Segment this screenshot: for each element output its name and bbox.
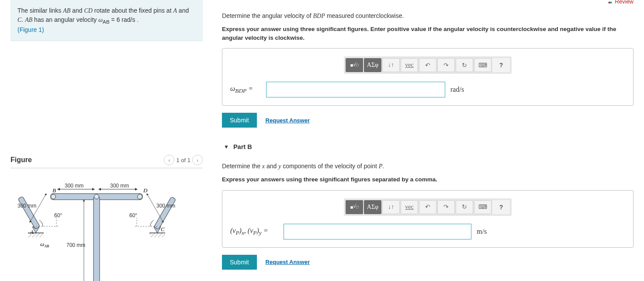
caret-down-icon: ▼ bbox=[224, 144, 229, 150]
svg-text:B: B bbox=[52, 187, 56, 194]
svg-rect-10 bbox=[93, 196, 100, 281]
equation-toolbar: ■√□ ΑΣφ ↓↑ vec ↶ ↷ ↻ ⌨ ? bbox=[344, 198, 512, 216]
svg-point-13 bbox=[94, 194, 99, 199]
keyboard-icon[interactable]: ⌨ bbox=[474, 58, 492, 72]
figure-heading: Figure bbox=[10, 156, 32, 164]
svg-text:C: C bbox=[161, 226, 165, 232]
vec-button[interactable]: vec bbox=[401, 200, 418, 214]
part-b-header[interactable]: ▼ Part B bbox=[222, 143, 634, 150]
svg-rect-7 bbox=[18, 196, 40, 229]
part-b-question: Determine the x and y components of the … bbox=[222, 162, 634, 171]
part-a-answer-input[interactable] bbox=[266, 82, 445, 97]
problem-statement: The similar links AB and CD rotate about… bbox=[10, 0, 203, 41]
figure-prev-button[interactable]: ‹ bbox=[164, 155, 174, 165]
help-button[interactable]: ? bbox=[492, 200, 510, 214]
figure-diagram: A B C D P ωAB 300 mm 300 mm 300 mm 300 m… bbox=[10, 177, 185, 281]
request-answer-link[interactable]: Request Answer bbox=[266, 117, 310, 124]
reset-button[interactable]: ↻ bbox=[456, 58, 473, 72]
greek-button[interactable]: ΑΣφ bbox=[364, 200, 381, 214]
reset-button[interactable]: ↻ bbox=[456, 200, 473, 214]
answer-label: (vP)x, (vP)y = bbox=[230, 227, 278, 236]
answer-label: ωBDP = bbox=[230, 85, 261, 94]
figure-next-button[interactable]: › bbox=[192, 155, 203, 165]
part-a-answer-box: ■√□ ΑΣφ ↓↑ vec ↶ ↷ ↻ ⌨ ? ωBDP = rad/s bbox=[222, 48, 634, 106]
review-link[interactable]: Review bbox=[609, 0, 634, 5]
template-icon[interactable]: ■√□ bbox=[346, 58, 363, 72]
unit-label: rad/s bbox=[450, 86, 464, 94]
svg-text:60°: 60° bbox=[54, 212, 62, 219]
figure-position: 1 of 1 bbox=[176, 157, 190, 163]
svg-point-11 bbox=[51, 194, 56, 199]
svg-text:700 mm: 700 mm bbox=[66, 242, 85, 248]
redo-button[interactable]: ↷ bbox=[437, 200, 455, 214]
figure-link[interactable]: (Figure 1) bbox=[17, 26, 44, 33]
part-b-instruction: Express your answers using three signifi… bbox=[222, 175, 634, 184]
svg-text:300 mm: 300 mm bbox=[110, 183, 129, 189]
part-a-question: Determine the angular velocity of BDP me… bbox=[222, 11, 634, 21]
part-b-answer-input[interactable] bbox=[284, 224, 471, 239]
undo-button[interactable]: ↶ bbox=[419, 200, 436, 214]
redo-button[interactable]: ↷ bbox=[437, 58, 455, 72]
svg-text:300 mm: 300 mm bbox=[156, 203, 175, 209]
part-a-instruction: Express your answer using three signific… bbox=[222, 25, 634, 42]
svg-text:A: A bbox=[30, 229, 34, 235]
svg-rect-8 bbox=[154, 197, 176, 229]
review-icon bbox=[609, 0, 613, 4]
svg-point-12 bbox=[138, 194, 142, 199]
request-answer-link[interactable]: Request Answer bbox=[266, 259, 310, 265]
subsup-button[interactable]: ↓↑ bbox=[382, 58, 400, 72]
vec-button[interactable]: vec bbox=[401, 58, 418, 72]
subsup-button[interactable]: ↓↑ bbox=[382, 200, 400, 214]
template-icon[interactable]: ■√□ bbox=[346, 200, 363, 214]
svg-text:D: D bbox=[143, 187, 148, 194]
unit-label: m/s bbox=[477, 228, 487, 236]
equation-toolbar: ■√□ ΑΣφ ↓↑ vec ↶ ↷ ↻ ⌨ ? bbox=[344, 56, 512, 74]
submit-button[interactable]: Submit bbox=[222, 113, 257, 128]
svg-text:60°: 60° bbox=[129, 212, 137, 219]
keyboard-icon[interactable]: ⌨ bbox=[474, 200, 492, 214]
svg-rect-3 bbox=[149, 233, 165, 237]
svg-text:300 mm: 300 mm bbox=[17, 203, 36, 209]
undo-button[interactable]: ↶ bbox=[419, 58, 436, 72]
help-button[interactable]: ? bbox=[492, 58, 510, 72]
svg-text:300 mm: 300 mm bbox=[65, 183, 83, 189]
submit-button[interactable]: Submit bbox=[222, 255, 257, 270]
part-b-answer-box: ■√□ ΑΣφ ↓↑ vec ↶ ↷ ↻ ⌨ ? (vP)x, (vP)y = … bbox=[222, 190, 634, 248]
greek-button[interactable]: ΑΣφ bbox=[364, 58, 381, 72]
svg-text:ωAB: ωAB bbox=[40, 241, 49, 248]
